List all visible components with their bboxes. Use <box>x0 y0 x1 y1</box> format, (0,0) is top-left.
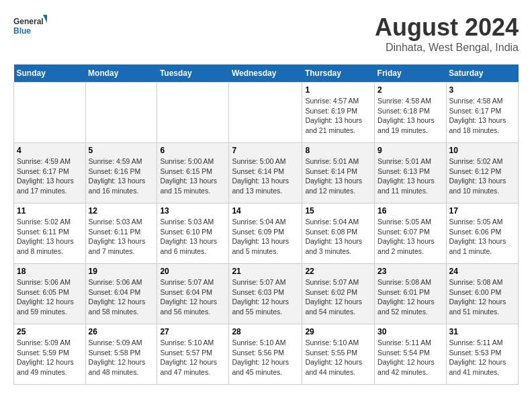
calendar-cell: 7Sunrise: 5:00 AMSunset: 6:14 PMDaylight… <box>229 143 302 203</box>
month-year-title: August 2024 <box>375 13 519 42</box>
calendar-cell: 27Sunrise: 5:10 AMSunset: 5:57 PMDayligh… <box>157 324 229 385</box>
day-info: Sunrise: 5:08 AMSunset: 6:00 PMDaylight:… <box>449 277 515 317</box>
svg-marker-2 <box>43 15 47 23</box>
week-row-4: 18Sunrise: 5:06 AMSunset: 6:05 PMDayligh… <box>14 264 519 324</box>
calendar-cell: 9Sunrise: 5:01 AMSunset: 6:13 PMDaylight… <box>375 143 446 203</box>
day-info: Sunrise: 5:10 AMSunset: 5:55 PMDaylight:… <box>305 338 371 377</box>
day-number: 11 <box>17 206 83 216</box>
day-number: 4 <box>17 146 83 155</box>
day-info: Sunrise: 5:02 AMSunset: 6:12 PMDaylight:… <box>449 156 515 196</box>
day-number: 15 <box>305 206 371 216</box>
day-info: Sunrise: 5:00 AMSunset: 6:15 PMDaylight:… <box>160 156 226 196</box>
calendar-cell: 28Sunrise: 5:10 AMSunset: 5:56 PMDayligh… <box>229 324 302 385</box>
col-header-sunday: Sunday <box>14 64 86 83</box>
day-info: Sunrise: 5:09 AMSunset: 5:59 PMDaylight:… <box>17 338 83 377</box>
page-header: General Blue August 2024 Dinhata, West B… <box>13 13 519 54</box>
day-number: 10 <box>449 146 515 155</box>
day-number: 19 <box>89 267 154 276</box>
calendar-cell: 18Sunrise: 5:06 AMSunset: 6:05 PMDayligh… <box>14 264 86 324</box>
calendar-cell: 22Sunrise: 5:07 AMSunset: 6:02 PMDayligh… <box>302 264 375 324</box>
calendar-cell: 6Sunrise: 5:00 AMSunset: 6:15 PMDaylight… <box>157 143 229 203</box>
col-header-friday: Friday <box>375 64 446 83</box>
calendar-cell <box>85 83 157 143</box>
day-number: 14 <box>232 206 299 216</box>
day-info: Sunrise: 5:01 AMSunset: 6:13 PMDaylight:… <box>378 156 443 196</box>
day-number: 20 <box>160 267 226 276</box>
day-number: 16 <box>378 206 443 216</box>
day-number: 31 <box>449 327 515 336</box>
col-header-monday: Monday <box>85 64 157 83</box>
day-info: Sunrise: 5:08 AMSunset: 6:01 PMDaylight:… <box>378 277 443 317</box>
day-number: 1 <box>305 85 371 95</box>
calendar-cell: 1Sunrise: 4:57 AMSunset: 6:19 PMDaylight… <box>302 83 375 143</box>
calendar-cell: 20Sunrise: 5:07 AMSunset: 6:04 PMDayligh… <box>157 264 229 324</box>
week-row-5: 25Sunrise: 5:09 AMSunset: 5:59 PMDayligh… <box>14 324 519 385</box>
day-info: Sunrise: 5:05 AMSunset: 6:07 PMDaylight:… <box>378 217 443 257</box>
logo-svg: General Blue <box>13 13 47 40</box>
calendar-cell <box>229 83 302 143</box>
col-header-saturday: Saturday <box>446 64 518 83</box>
svg-text:Blue: Blue <box>13 26 31 36</box>
calendar-cell: 8Sunrise: 5:01 AMSunset: 6:14 PMDaylight… <box>302 143 375 203</box>
day-info: Sunrise: 4:58 AMSunset: 6:17 PMDaylight:… <box>449 96 515 136</box>
calendar-cell: 10Sunrise: 5:02 AMSunset: 6:12 PMDayligh… <box>446 143 518 203</box>
week-row-3: 11Sunrise: 5:02 AMSunset: 6:11 PMDayligh… <box>14 203 519 264</box>
calendar-cell: 25Sunrise: 5:09 AMSunset: 5:59 PMDayligh… <box>14 324 86 385</box>
day-info: Sunrise: 5:07 AMSunset: 6:02 PMDaylight:… <box>305 277 371 317</box>
day-number: 6 <box>160 146 226 155</box>
day-number: 3 <box>449 85 515 95</box>
calendar-cell: 26Sunrise: 5:09 AMSunset: 5:58 PMDayligh… <box>85 324 157 385</box>
calendar-cell <box>157 83 229 143</box>
day-info: Sunrise: 5:09 AMSunset: 5:58 PMDaylight:… <box>89 338 154 377</box>
calendar-cell: 19Sunrise: 5:06 AMSunset: 6:04 PMDayligh… <box>85 264 157 324</box>
col-header-wednesday: Wednesday <box>229 64 302 83</box>
calendar-cell: 5Sunrise: 4:59 AMSunset: 6:16 PMDaylight… <box>85 143 157 203</box>
calendar-cell: 4Sunrise: 4:59 AMSunset: 6:17 PMDaylight… <box>14 143 86 203</box>
day-info: Sunrise: 5:04 AMSunset: 6:08 PMDaylight:… <box>305 217 371 257</box>
calendar-cell: 14Sunrise: 5:04 AMSunset: 6:09 PMDayligh… <box>229 203 302 264</box>
day-info: Sunrise: 5:03 AMSunset: 6:10 PMDaylight:… <box>160 217 226 257</box>
calendar-cell: 11Sunrise: 5:02 AMSunset: 6:11 PMDayligh… <box>14 203 86 264</box>
day-number: 2 <box>378 85 443 95</box>
day-number: 24 <box>449 267 515 276</box>
calendar-header-row: SundayMondayTuesdayWednesdayThursdayFrid… <box>14 64 519 83</box>
calendar-cell: 29Sunrise: 5:10 AMSunset: 5:55 PMDayligh… <box>302 324 375 385</box>
day-info: Sunrise: 4:58 AMSunset: 6:18 PMDaylight:… <box>378 96 443 136</box>
day-number: 9 <box>378 146 443 155</box>
day-number: 28 <box>232 327 299 336</box>
day-info: Sunrise: 5:10 AMSunset: 5:56 PMDaylight:… <box>232 338 299 377</box>
calendar-cell: 16Sunrise: 5:05 AMSunset: 6:07 PMDayligh… <box>375 203 446 264</box>
day-info: Sunrise: 5:05 AMSunset: 6:06 PMDaylight:… <box>449 217 515 257</box>
day-info: Sunrise: 5:02 AMSunset: 6:11 PMDaylight:… <box>17 217 83 257</box>
day-number: 8 <box>305 146 371 155</box>
svg-text:General: General <box>13 17 44 26</box>
day-info: Sunrise: 5:11 AMSunset: 5:54 PMDaylight:… <box>378 338 443 377</box>
day-number: 17 <box>449 206 515 216</box>
day-info: Sunrise: 5:11 AMSunset: 5:53 PMDaylight:… <box>449 338 515 377</box>
calendar-cell: 13Sunrise: 5:03 AMSunset: 6:10 PMDayligh… <box>157 203 229 264</box>
day-number: 30 <box>378 327 443 336</box>
day-info: Sunrise: 4:57 AMSunset: 6:19 PMDaylight:… <box>305 96 371 136</box>
calendar-cell: 23Sunrise: 5:08 AMSunset: 6:01 PMDayligh… <box>375 264 446 324</box>
day-number: 12 <box>89 206 154 216</box>
calendar-table: SundayMondayTuesdayWednesdayThursdayFrid… <box>13 64 519 385</box>
calendar-cell <box>14 83 86 143</box>
location-subtitle: Dinhata, West Bengal, India <box>375 42 519 54</box>
day-number: 5 <box>89 146 154 155</box>
logo: General Blue <box>13 13 47 40</box>
day-number: 26 <box>89 327 154 336</box>
day-number: 18 <box>17 267 83 276</box>
col-header-tuesday: Tuesday <box>157 64 229 83</box>
title-block: August 2024 Dinhata, West Bengal, India <box>375 13 519 54</box>
day-info: Sunrise: 5:10 AMSunset: 5:57 PMDaylight:… <box>160 338 226 377</box>
day-info: Sunrise: 5:06 AMSunset: 6:04 PMDaylight:… <box>89 277 154 317</box>
week-row-2: 4Sunrise: 4:59 AMSunset: 6:17 PMDaylight… <box>14 143 519 203</box>
day-number: 13 <box>160 206 226 216</box>
calendar-cell: 30Sunrise: 5:11 AMSunset: 5:54 PMDayligh… <box>375 324 446 385</box>
day-number: 7 <box>232 146 299 155</box>
calendar-cell: 17Sunrise: 5:05 AMSunset: 6:06 PMDayligh… <box>446 203 518 264</box>
day-info: Sunrise: 5:07 AMSunset: 6:03 PMDaylight:… <box>232 277 299 317</box>
calendar-cell: 12Sunrise: 5:03 AMSunset: 6:11 PMDayligh… <box>85 203 157 264</box>
col-header-thursday: Thursday <box>302 64 375 83</box>
day-number: 25 <box>17 327 83 336</box>
